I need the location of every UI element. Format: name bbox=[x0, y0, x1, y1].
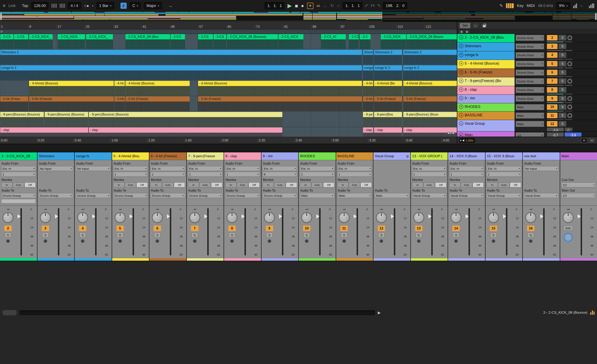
set-locator-button[interactable]: Set bbox=[460, 23, 470, 28]
audio-clip[interactable]: - 5-hh bbox=[114, 96, 125, 111]
input-channel-select[interactable]: 1▾ bbox=[412, 172, 447, 177]
fader-handle[interactable] bbox=[540, 214, 545, 218]
mixer-toggle-icon[interactable] bbox=[589, 3, 594, 8]
track-header[interactable]: ▼7 - 9-perc(Freeze) (BoDrums Grou▾7S-5.0… bbox=[457, 77, 597, 86]
link-button[interactable]: Link bbox=[8, 3, 16, 8]
fold-triangle-icon[interactable]: ▼ bbox=[459, 53, 463, 57]
loop-length-display[interactable]: 198. 2. 0 bbox=[383, 2, 407, 9]
audio-clip[interactable]: - 9-perc(Bounce) (Bounce) bbox=[89, 112, 282, 127]
track-name-cell[interactable]: ◎Vocal Group bbox=[457, 120, 515, 131]
track-activator[interactable]: 8 bbox=[228, 225, 236, 231]
solo-button[interactable]: S bbox=[558, 35, 566, 40]
mixer-track-title[interactable]: Main bbox=[560, 152, 597, 160]
solo-button[interactable]: S bbox=[558, 87, 566, 93]
arm-button[interactable] bbox=[118, 239, 122, 243]
track-number[interactable]: 11 bbox=[547, 113, 558, 118]
solo-button[interactable]: S bbox=[266, 232, 273, 238]
monitor-off-button[interactable]: Off bbox=[323, 182, 335, 187]
output-select[interactable]: Main▾ bbox=[300, 193, 335, 198]
play-circle-icon[interactable]: ▶ bbox=[459, 133, 463, 137]
arm-button[interactable] bbox=[567, 79, 572, 84]
fold-triangle-icon[interactable]: ▼ bbox=[459, 104, 463, 109]
fold-triangle-icon[interactable]: ▼ bbox=[459, 87, 463, 92]
solo-button[interactable]: S bbox=[341, 232, 347, 238]
input-type-select[interactable]: Ext. In▾ bbox=[449, 166, 484, 171]
audio-clip[interactable]: - 5-hh (Freeze) bbox=[125, 96, 190, 111]
track-activator[interactable]: 3 bbox=[42, 225, 49, 231]
output-routing-select[interactable]: Drums Grou▾ bbox=[516, 87, 544, 93]
solo-button[interactable]: S bbox=[558, 78, 566, 84]
arrangement-overview[interactable] bbox=[0, 12, 597, 22]
monitor-off-button[interactable]: Off bbox=[211, 182, 222, 187]
main-volume-value[interactable]: -3.7 bbox=[547, 132, 564, 137]
audio-clip[interactable]: - 2-CS_KICK_ bbox=[29, 34, 53, 49]
solo-button[interactable]: S bbox=[117, 232, 123, 238]
quantize-menu[interactable]: 1 Bar▾ bbox=[97, 2, 114, 9]
audio-clip[interactable]: Shimm bbox=[363, 50, 373, 64]
track-activator[interactable]: 15 bbox=[490, 225, 497, 231]
track-activator[interactable]: 16 bbox=[527, 225, 534, 231]
arm-button[interactable] bbox=[342, 239, 346, 243]
monitor-in-button[interactable]: In bbox=[225, 182, 236, 187]
pan-knob[interactable] bbox=[451, 212, 461, 223]
play-button[interactable]: ▶ bbox=[287, 2, 292, 9]
track-header[interactable]: ▶Main1/2▾-3.7-3.9 bbox=[457, 132, 597, 137]
arm-button[interactable] bbox=[43, 239, 47, 243]
arm-button[interactable] bbox=[529, 239, 533, 243]
output-routing-select[interactable]: Drums Grou▾ bbox=[516, 78, 544, 84]
mixer-track-title[interactable]: 13 - VOX GROUP ( bbox=[411, 152, 448, 160]
input-type-select[interactable]: Ext. In▾ bbox=[263, 166, 297, 171]
track-activator[interactable]: 6 bbox=[154, 225, 161, 231]
pan-knob[interactable] bbox=[264, 212, 275, 223]
arm-button[interactable] bbox=[567, 104, 572, 109]
arm-button[interactable] bbox=[193, 239, 197, 243]
input-channel-select[interactable]: 6▾ bbox=[263, 172, 297, 177]
audio-clip[interactable]: - 4-hhmid (Bo bbox=[374, 81, 402, 95]
beat-time-ruler[interactable]: 191725334149576573818997105113121 bbox=[0, 22, 457, 29]
monitor-auto-button[interactable]: Auto bbox=[498, 182, 510, 187]
lock-envelopes-icon[interactable] bbox=[481, 23, 487, 28]
arm-button[interactable] bbox=[567, 113, 572, 118]
arrangement-position-display[interactable]: 1. 1. 1 bbox=[265, 2, 284, 9]
track-name-cell[interactable]: ▼2 - 2-CS_KICK_08 (Bou bbox=[457, 34, 515, 42]
solo-button[interactable]: S bbox=[42, 232, 49, 238]
input-channel-select[interactable]: 1▾ bbox=[1, 172, 36, 177]
monitor-auto-button[interactable]: Auto bbox=[312, 182, 323, 187]
audio-clip[interactable]: - 2-CS_KICK bbox=[57, 34, 85, 49]
output-select[interactable]: Drums Group▾ bbox=[39, 193, 73, 198]
mixer-track-title[interactable]: 5 - 4-hhmid (Bou bbox=[112, 152, 149, 160]
track-activator[interactable]: 11 bbox=[340, 225, 348, 231]
key-map-button[interactable]: Key bbox=[517, 3, 524, 8]
pan-knob[interactable] bbox=[227, 212, 237, 223]
overview-left-handle[interactable] bbox=[0, 13, 2, 20]
audio-clip[interactable]: - 5-hh bbox=[363, 96, 373, 111]
fader-handle[interactable] bbox=[391, 214, 396, 218]
arm-button[interactable] bbox=[567, 96, 572, 101]
output-select[interactable]: Vocal Group▾ bbox=[449, 193, 484, 198]
follow-icon[interactable]: → bbox=[168, 3, 173, 8]
input-channel-select[interactable]: 1▾ bbox=[300, 172, 335, 177]
loop-start-display[interactable]: 1. 1. 1 bbox=[343, 2, 362, 9]
track-activator[interactable]: 2 bbox=[4, 225, 12, 231]
output-channel-box[interactable] bbox=[1, 199, 36, 203]
input-type-select[interactable]: Ext. In▾ bbox=[113, 166, 148, 171]
back-to-arrangement-icon[interactable]: ← bbox=[323, 3, 327, 8]
solo-button[interactable]: S bbox=[5, 232, 11, 238]
output-select[interactable]: Drums Group▾ bbox=[188, 193, 223, 198]
fold-triangle-icon[interactable]: ▼ bbox=[459, 96, 463, 101]
track-header[interactable]: ▼6 - 5-hh (Freeze)Drums Grou▾6S-1.9C bbox=[457, 69, 597, 77]
fader-handle[interactable] bbox=[279, 214, 284, 218]
fold-triangle-icon[interactable]: ▼ bbox=[459, 61, 463, 66]
track-header[interactable]: ▼RHODESMain▾10S2.4C bbox=[457, 103, 597, 112]
output-select[interactable]: Drums Group▾ bbox=[76, 193, 110, 198]
input-type-select[interactable]: Ext. In▾ bbox=[412, 166, 447, 171]
output-routing-select[interactable]: Main▾ bbox=[516, 121, 544, 127]
status-slider[interactable] bbox=[20, 310, 375, 315]
track-number[interactable]: 5 bbox=[547, 61, 558, 66]
scale-name-menu[interactable]: Major▾ bbox=[144, 2, 162, 9]
mixer-track-title[interactable]: BASSLINE bbox=[336, 152, 373, 160]
output-routing-select[interactable]: Drums Grou▾ bbox=[516, 70, 544, 76]
solo-button[interactable]: S bbox=[229, 232, 235, 238]
output-select[interactable]: Drums Group▾ bbox=[263, 193, 297, 198]
audio-clip[interactable]: - 9-perc(Bounce) (Boun bbox=[403, 112, 457, 127]
